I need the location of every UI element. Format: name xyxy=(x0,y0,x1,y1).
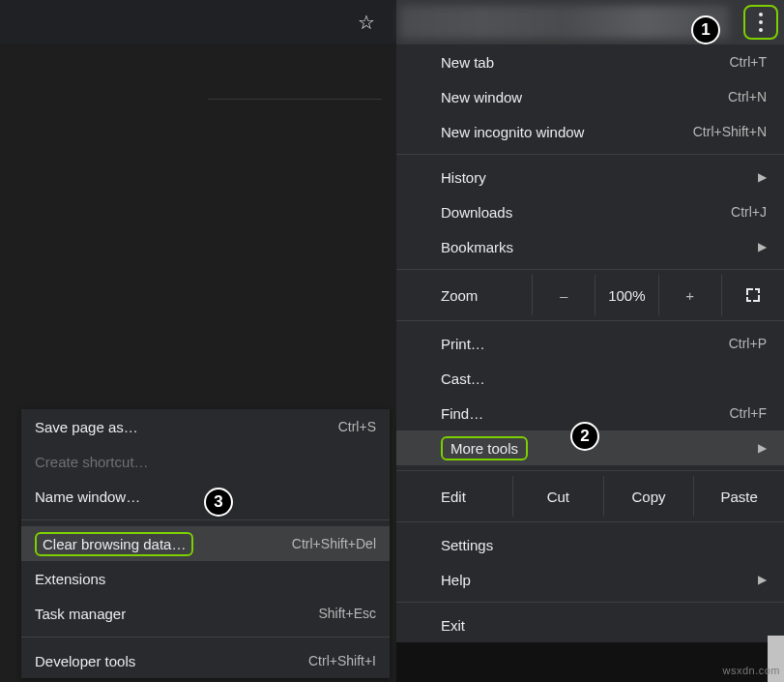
edit-cut-button[interactable]: Cut xyxy=(512,476,603,517)
submenu-label: Create shortcut… xyxy=(35,454,149,470)
submenu-label: Extensions xyxy=(35,571,105,587)
customize-menu-button[interactable] xyxy=(743,5,778,40)
menu-label: New window xyxy=(441,89,522,105)
submenu-label: Clear browsing data… xyxy=(43,536,186,552)
menu-label: New incognito window xyxy=(441,124,584,140)
menu-divider xyxy=(396,470,784,471)
menu-cast[interactable]: Cast… xyxy=(396,361,784,396)
page-area: ☆ Save page as… Ctrl+S Create shortcut… … xyxy=(0,0,396,682)
menu-settings[interactable]: Settings xyxy=(396,527,784,562)
menu-bookmarks[interactable]: Bookmarks ▶ xyxy=(396,229,784,264)
menu-shortcut: Ctrl+N xyxy=(728,89,767,104)
menu-label: More tools xyxy=(450,440,518,457)
menu-label: Find… xyxy=(441,405,483,422)
submenu-divider xyxy=(21,637,390,638)
fullscreen-button[interactable] xyxy=(721,275,784,315)
menu-shortcut: Ctrl+J xyxy=(731,204,767,220)
submenu-save-page[interactable]: Save page as… Ctrl+S xyxy=(21,409,390,444)
menu-new-tab[interactable]: New tab Ctrl+T xyxy=(396,44,784,79)
toolbar-extensions-blurred xyxy=(400,6,729,39)
submenu-shortcut: Shift+Esc xyxy=(318,606,376,621)
toolbar xyxy=(396,0,784,44)
submenu-task-manager[interactable]: Task manager Shift+Esc xyxy=(21,596,390,631)
browser-chrome-right: New tab Ctrl+T New window Ctrl+N New inc… xyxy=(396,0,784,682)
menu-divider xyxy=(396,521,784,522)
menu-label: Print… xyxy=(441,336,485,352)
menu-edit-row: Edit Cut Copy Paste xyxy=(396,476,784,517)
bookmark-star-icon[interactable]: ☆ xyxy=(358,11,375,34)
submenu-developer-tools[interactable]: Developer tools Ctrl+Shift+I xyxy=(21,643,390,678)
menu-label: Help xyxy=(441,572,471,588)
menu-label: New tab xyxy=(441,54,494,71)
submenu-shortcut: Ctrl+S xyxy=(338,419,376,434)
menu-divider xyxy=(396,320,784,321)
menu-label: Settings xyxy=(441,537,493,553)
edit-paste-button[interactable]: Paste xyxy=(693,476,784,517)
highlight-outline: More tools xyxy=(441,436,528,460)
submenu-shortcut: Ctrl+Shift+I xyxy=(308,653,376,668)
submenu-extensions[interactable]: Extensions xyxy=(21,561,390,596)
submenu-create-shortcut: Create shortcut… xyxy=(21,444,390,479)
omnibox[interactable]: ☆ xyxy=(0,4,385,41)
more-tools-submenu: Save page as… Ctrl+S Create shortcut… Na… xyxy=(21,409,390,678)
submenu-label: Name window… xyxy=(35,489,140,505)
submenu-label: Save page as… xyxy=(35,419,138,435)
zoom-out-button[interactable]: – xyxy=(532,275,595,315)
menu-downloads[interactable]: Downloads Ctrl+J xyxy=(396,194,784,229)
menu-help[interactable]: Help ▶ xyxy=(396,562,784,597)
menu-history[interactable]: History ▶ xyxy=(396,160,784,194)
menu-new-incognito[interactable]: New incognito window Ctrl+Shift+N xyxy=(396,114,784,149)
submenu-label: Task manager xyxy=(35,606,126,622)
edit-copy-button[interactable]: Copy xyxy=(603,476,694,517)
menu-divider xyxy=(396,154,784,155)
menu-label: Exit xyxy=(441,617,465,634)
submenu-label: Developer tools xyxy=(35,653,135,669)
watermark: wsxdn.com xyxy=(722,665,780,676)
submenu-shortcut: Ctrl+Shift+Del xyxy=(292,536,376,551)
menu-divider xyxy=(396,269,784,270)
chevron-right-icon: ▶ xyxy=(758,573,767,586)
menu-print[interactable]: Print… Ctrl+P xyxy=(396,326,784,361)
menu-shortcut: Ctrl+F xyxy=(730,405,768,421)
menu-shortcut: Ctrl+P xyxy=(729,336,767,351)
customize-menu: New tab Ctrl+T New window Ctrl+N New inc… xyxy=(396,44,784,642)
menu-exit[interactable]: Exit xyxy=(396,608,784,642)
menu-label: History xyxy=(441,169,486,186)
submenu-clear-browsing-data[interactable]: Clear browsing data… Ctrl+Shift+Del xyxy=(21,526,390,561)
step-badge-2: 2 xyxy=(570,422,599,451)
menu-label: Zoom xyxy=(396,287,532,304)
menu-label: Downloads xyxy=(441,204,512,221)
fullscreen-icon xyxy=(746,288,760,302)
menu-divider xyxy=(396,602,784,603)
menu-shortcut: Ctrl+Shift+N xyxy=(693,124,767,139)
step-badge-3: 3 xyxy=(204,488,233,517)
chevron-right-icon: ▶ xyxy=(758,170,767,184)
kebab-icon xyxy=(759,11,763,34)
menu-shortcut: Ctrl+T xyxy=(730,54,768,70)
menu-label: Bookmarks xyxy=(441,239,513,255)
chevron-right-icon: ▶ xyxy=(758,240,767,253)
menu-label: Cast… xyxy=(441,371,485,387)
submenu-divider xyxy=(21,519,390,520)
step-badge-1: 1 xyxy=(691,15,720,44)
menu-zoom-row: Zoom – 100% + xyxy=(396,275,784,315)
zoom-value: 100% xyxy=(595,275,657,315)
zoom-in-button[interactable]: + xyxy=(658,275,721,315)
highlight-outline: Clear browsing data… xyxy=(35,532,193,556)
chevron-right-icon: ▶ xyxy=(758,441,767,455)
menu-new-window[interactable]: New window Ctrl+N xyxy=(396,79,784,114)
menu-label: Edit xyxy=(396,489,512,505)
page-divider xyxy=(208,99,382,100)
